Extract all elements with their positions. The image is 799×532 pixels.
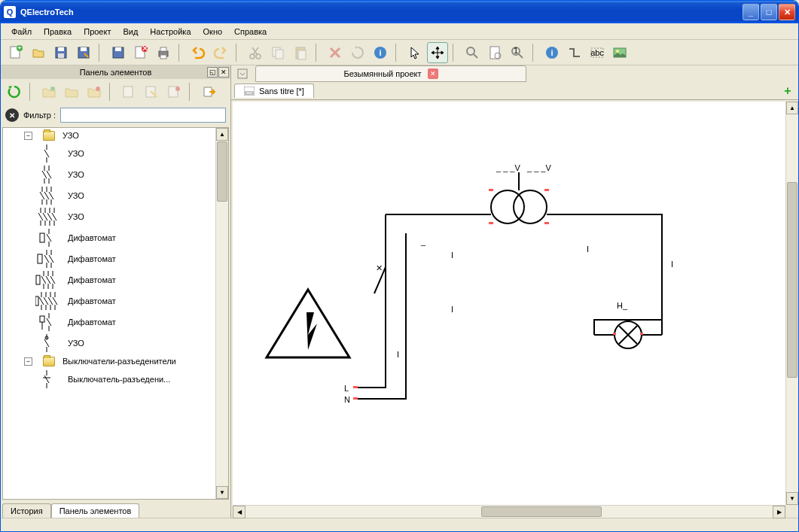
save2-icon[interactable] — [108, 42, 129, 63]
scroll-left-icon[interactable]: ◀ — [233, 506, 245, 518]
item-label[interactable]: УЗО — [68, 212, 84, 221]
menu-project[interactable]: Проект — [78, 25, 117, 38]
sheet-tab[interactable]: Sans titre [*] — [234, 84, 314, 98]
maximize-button[interactable]: □ — [761, 4, 777, 20]
editcat-icon[interactable] — [61, 81, 82, 102]
cut-icon[interactable] — [245, 42, 266, 63]
scroll-thumb[interactable] — [787, 182, 797, 378]
canvas-hscroll[interactable]: ◀ ▶ — [233, 505, 785, 518]
menu-window[interactable]: Окно — [197, 25, 229, 38]
print-icon[interactable] — [153, 42, 174, 63]
folder-label[interactable]: УЗО — [63, 131, 79, 140]
svg-rect-42 — [38, 254, 42, 263]
new-icon[interactable]: + — [5, 42, 26, 63]
editel-icon[interactable] — [141, 81, 162, 102]
item-label[interactable]: УЗО — [68, 191, 84, 200]
svg-point-34 — [616, 50, 619, 53]
add-sheet-button[interactable]: + — [780, 84, 795, 98]
element-symbol-icon — [33, 208, 60, 226]
svg-text:✕: ✕ — [376, 263, 383, 272]
saveas-icon[interactable] — [73, 42, 94, 63]
menu-view[interactable]: Вид — [117, 25, 144, 38]
elements-tree[interactable]: − УЗО УЗО УЗО УЗО УЗО Дифавтомат Дифавто… — [2, 127, 229, 500]
svg-rect-60 — [613, 333, 616, 335]
tab-history[interactable]: История — [2, 503, 51, 518]
item-label[interactable]: Дифавтомат — [68, 254, 116, 263]
delel-icon[interactable] — [163, 81, 185, 102]
tab-elements[interactable]: Панель элементов — [51, 503, 140, 518]
label-n: N — [344, 395, 350, 404]
menu-edit[interactable]: Правка — [38, 25, 78, 38]
canvas-vscroll[interactable]: ▲ ▼ — [785, 102, 798, 505]
scroll-up-icon[interactable]: ▲ — [216, 128, 228, 141]
project-tab-label: Безымянный проект — [343, 69, 421, 78]
schematic-canvas[interactable]: _ _ _V _ _ _V ✕ — [233, 102, 785, 505]
close-doc-icon[interactable]: ✕ — [130, 42, 151, 63]
item-label[interactable]: УЗО — [68, 170, 84, 179]
scroll-thumb[interactable] — [481, 506, 602, 517]
paste-icon[interactable] — [290, 42, 311, 63]
menu-help[interactable]: Справка — [228, 25, 273, 38]
tree-item: Дифавтомат — [3, 248, 228, 269]
svg-point-35 — [50, 87, 55, 91]
image-icon[interactable] — [609, 42, 630, 63]
filter-input[interactable] — [60, 108, 226, 123]
warning-symbol[interactable] — [267, 290, 349, 357]
undo-icon[interactable] — [188, 42, 209, 63]
text-icon[interactable]: abc — [587, 42, 608, 63]
newcat-icon[interactable] — [38, 81, 59, 102]
item-label[interactable]: УЗО — [68, 149, 84, 158]
scroll-down-icon[interactable]: ▼ — [786, 492, 798, 505]
scroll-thumb[interactable] — [217, 141, 227, 202]
zoomfit-icon[interactable]: 1 — [507, 42, 528, 63]
info-icon[interactable]: i — [370, 42, 391, 63]
collapse-icon[interactable]: − — [24, 357, 32, 366]
delete-icon[interactable] — [325, 42, 346, 63]
save-icon[interactable] — [50, 42, 72, 63]
panel-close-button[interactable]: ✕ — [218, 67, 229, 78]
redo-icon[interactable] — [210, 42, 231, 63]
close-button[interactable]: ✕ — [779, 4, 795, 20]
zoom-icon[interactable] — [462, 42, 483, 63]
item-label[interactable]: Дифавтомат — [68, 318, 116, 327]
project-menu-icon[interactable] — [236, 67, 249, 81]
scroll-up-icon[interactable]: ▲ — [786, 102, 798, 114]
open-icon[interactable] — [28, 42, 49, 63]
copy-icon[interactable] — [267, 42, 288, 63]
pointer-icon[interactable] — [404, 42, 425, 63]
import-icon[interactable] — [198, 81, 219, 102]
project-tab[interactable]: Безымянный проект ✕ — [255, 65, 526, 82]
panel-undock-button[interactable]: ◱ — [207, 67, 218, 78]
svg-text:i: i — [379, 48, 381, 57]
svg-rect-47 — [238, 69, 247, 78]
menu-settings[interactable]: Настройка — [144, 25, 197, 38]
delcat-icon[interactable] — [84, 81, 105, 102]
folder-label[interactable]: Выключатели-разъеденители — [63, 357, 176, 366]
item-label[interactable]: Дифавтомат — [68, 233, 116, 242]
wire-icon[interactable] — [564, 42, 585, 63]
move-icon[interactable] — [427, 42, 448, 63]
item-label[interactable]: Выключатель-разъедени... — [68, 375, 170, 384]
tree-scrollbar[interactable]: ▲ ▼ — [215, 128, 228, 499]
svg-rect-4 — [58, 47, 64, 51]
elements-panel: Панель элементов ◱ ✕ ✕ — [1, 65, 231, 518]
minimize-button[interactable]: _ — [743, 4, 759, 20]
item-label[interactable]: Дифавтомат — [68, 296, 116, 306]
scroll-down-icon[interactable]: ▼ — [216, 486, 228, 499]
tree-item: УЗО — [3, 143, 228, 164]
item-label[interactable]: УЗО — [68, 339, 84, 348]
menu-file[interactable]: Файл — [5, 25, 38, 38]
item-label[interactable]: Дифавтомат — [68, 275, 116, 284]
close-tab-icon[interactable]: ✕ — [428, 68, 438, 79]
info2-icon[interactable]: i — [541, 42, 563, 63]
svg-rect-37 — [124, 87, 133, 97]
clear-filter-icon[interactable]: ✕ — [5, 108, 19, 122]
scroll-right-icon[interactable]: ▶ — [773, 506, 785, 518]
rotate-icon[interactable] — [347, 42, 368, 63]
element-symbol-icon — [33, 370, 60, 388]
reload-icon[interactable] — [4, 81, 25, 102]
page-icon[interactable] — [484, 42, 505, 63]
svg-point-40 — [175, 87, 180, 91]
newel-icon[interactable] — [118, 81, 139, 102]
collapse-icon[interactable]: − — [24, 132, 32, 140]
